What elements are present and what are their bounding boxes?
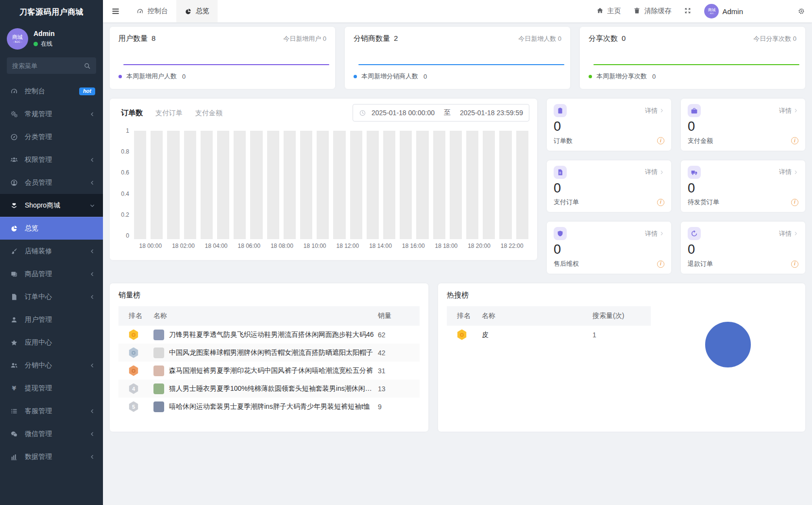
- date-start-input[interactable]: 2025-01-18 00:00:00: [372, 109, 435, 117]
- sidebar-item-shopro[interactable]: Shopro商城: [0, 194, 103, 217]
- sidebar-item-order[interactable]: 订单中心: [0, 285, 103, 308]
- refund-orders-icon: [688, 227, 701, 240]
- chart-bar: [333, 131, 345, 239]
- stat-card-footer: 本周新增分销商人数 0: [345, 65, 570, 81]
- chevron-left-icon: [89, 408, 95, 414]
- order-chart-tab-1[interactable]: 订单数: [121, 108, 143, 118]
- product-thumbnail: [153, 348, 164, 358]
- column-header: 销量: [378, 312, 420, 320]
- home-button[interactable]: 主页: [596, 7, 621, 16]
- info-icon[interactable]: i: [791, 261, 798, 268]
- sidebar-item-wechat[interactable]: 微信管理: [0, 422, 103, 445]
- sidebar-item-decorate[interactable]: 店铺装修: [0, 240, 103, 262]
- avatar: 商城 - B2C -: [704, 4, 719, 18]
- sidebar-item-app[interactable]: 应用中心: [0, 331, 103, 354]
- sidebar-item-category[interactable]: 分类管理: [0, 125, 103, 148]
- home-icon: [596, 7, 604, 16]
- stat-card-title: 分享次数0: [589, 34, 626, 43]
- sidebar-menu: 控制台hot常规管理分类管理权限管理会员管理Shopro商城总览店铺装修商品管理…: [0, 80, 103, 505]
- mini-card-refund-orders: 详情 0 退款订单 i: [681, 222, 805, 274]
- sidebar-item-label: 订单中心: [25, 293, 83, 301]
- detail-link[interactable]: 详情: [645, 229, 664, 238]
- info-icon[interactable]: i: [657, 261, 664, 268]
- pie-icon: [185, 8, 192, 15]
- detail-link[interactable]: 详情: [779, 229, 798, 238]
- date-end-input[interactable]: 2025-01-18 23:59:59: [460, 109, 523, 117]
- fullscreen-button[interactable]: [684, 7, 692, 16]
- column-header: 名称: [153, 312, 378, 320]
- order-chart-tab-2[interactable]: 支付订单: [155, 109, 183, 118]
- bottom-row: 销量榜 排名名称销量 刀锋男鞋夏季透气防臭飞织运动鞋男潮流百搭休闲网面跑步鞋大码…: [110, 283, 805, 432]
- chevron-left-icon: [89, 111, 95, 117]
- info-icon[interactable]: i: [791, 199, 798, 206]
- mini-card-label: 售后维权: [554, 260, 579, 268]
- sidebar-item-overview[interactable]: 总览: [0, 217, 103, 240]
- menu-search-input[interactable]: [12, 62, 84, 70]
- chevron-left-icon: [89, 180, 95, 186]
- sidebar-item-label: 微信管理: [25, 430, 83, 438]
- nav-tab-overview[interactable]: 总览: [176, 0, 218, 22]
- donut-area: [651, 306, 805, 367]
- detail-link[interactable]: 详情: [779, 106, 798, 115]
- sidebar-item-label: 提现管理: [25, 384, 95, 393]
- clear-cache-button[interactable]: 清除缓存: [633, 7, 671, 16]
- info-icon[interactable]: i: [791, 137, 798, 144]
- sidebar-item-data[interactable]: 数据管理: [0, 445, 103, 468]
- shop-icon: [10, 202, 18, 209]
- main-area: 控制台总览 主页 清除缓存 商城 - B2C -: [103, 0, 812, 505]
- chart-bar: [416, 131, 428, 239]
- menu-toggle-icon[interactable]: [103, 7, 128, 16]
- sidebar-item-general[interactable]: 常规管理: [0, 103, 103, 125]
- detail-link[interactable]: 详情: [645, 106, 664, 115]
- sales-table-head: 排名名称销量: [118, 306, 420, 326]
- avatar[interactable]: 商城 - B2C -: [7, 28, 28, 50]
- info-icon[interactable]: i: [657, 199, 664, 206]
- clear-cache-label: 清除缓存: [644, 7, 671, 16]
- user-status: 在线: [34, 40, 55, 48]
- date-range-picker[interactable]: 2025-01-18 00:00:00 至 2025-01-18 23:59:5…: [353, 104, 529, 122]
- sidebar-item-member[interactable]: 会员管理: [0, 171, 103, 194]
- hot-table-head: 排名名称搜索量(次): [447, 306, 651, 326]
- chart-bar: [134, 131, 146, 239]
- stat-footer-label: 本周新增用户人数: [126, 72, 177, 81]
- sidebar-item-label: 数据管理: [25, 453, 83, 461]
- order-chart-card: 订单数支付订单支付金额 2025-01-18 00:00:00 至 2025-0…: [110, 99, 537, 260]
- nav-tab-label: 控制台: [148, 7, 168, 16]
- mini-card-order-count: 详情 0 订单数 i: [547, 99, 671, 151]
- pie-icon: [10, 225, 18, 232]
- settings-gear-icon[interactable]: [797, 7, 805, 15]
- sidebar-item-commission[interactable]: 分销中心: [0, 354, 103, 377]
- detail-link[interactable]: 详情: [645, 168, 664, 176]
- sidebar-item-service[interactable]: 客服管理: [0, 400, 103, 422]
- sales-rank-card: 销量榜 排名名称销量 刀锋男鞋夏季透气防臭飞织运动鞋男潮流百搭休闲网面跑步鞋大码…: [110, 283, 428, 432]
- stat-footer-label: 本周新增分享次数: [596, 72, 647, 81]
- order-chart-tab-3[interactable]: 支付金额: [195, 109, 222, 118]
- sidebar-item-goods[interactable]: 商品管理: [0, 262, 103, 285]
- info-icon[interactable]: i: [657, 137, 664, 144]
- sidebar-item-auth[interactable]: 权限管理: [0, 148, 103, 171]
- sidebar-item-withdraw[interactable]: ¥提现管理: [0, 377, 103, 400]
- chart-bar: [483, 131, 495, 239]
- sidebar-item-user[interactable]: 用户管理: [0, 308, 103, 331]
- mini-card-value: 0: [554, 243, 664, 257]
- hot-badge: hot: [79, 87, 95, 95]
- clock-icon: [359, 109, 366, 117]
- stat-card-title: 用户数量8: [118, 34, 155, 43]
- sidebar-item-label: 应用中心: [25, 338, 95, 347]
- product-thumbnail: [153, 383, 164, 394]
- search-icon[interactable]: [84, 62, 91, 70]
- nav-tab-console[interactable]: 控制台: [128, 0, 176, 22]
- stat-footer-label: 本周新增分销商人数: [361, 72, 418, 81]
- sidebar-item-label: 控制台: [25, 87, 73, 96]
- column-header: 名称: [482, 312, 592, 320]
- detail-link[interactable]: 详情: [779, 168, 798, 176]
- sidebar-item-console[interactable]: 控制台hot: [0, 80, 103, 103]
- chart-bar: [234, 131, 246, 239]
- nav-tabs: 控制台总览: [128, 0, 218, 22]
- product-name: 中国风龙图案棒球帽男潮牌休闲鸭舌帽女潮流百搭防晒遮阳太阳帽子: [169, 348, 373, 357]
- order-chart-bars: [134, 127, 528, 239]
- admin-menu[interactable]: 商城 - B2C - Admin: [704, 4, 743, 18]
- chevron-left-icon: [89, 271, 95, 277]
- order-chart-plot: 18 00:0018 02:0018 04:0018 06:0018 08:00…: [134, 127, 528, 260]
- sales-rank-row: 刀锋男鞋夏季透气防臭飞织运动鞋男潮流百搭休闲网面跑步鞋大码46 62: [118, 326, 420, 344]
